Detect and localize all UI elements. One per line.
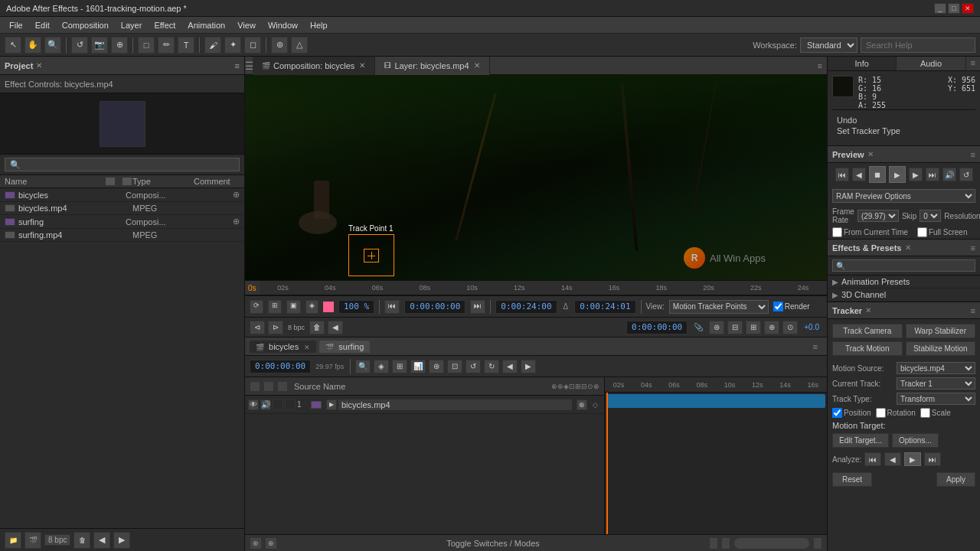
audio-btn[interactable]: ◀ bbox=[328, 321, 343, 334]
menu-animation[interactable]: Animation bbox=[181, 19, 231, 31]
from-current-label[interactable]: From Current Time bbox=[832, 227, 908, 237]
reset-btn[interactable]: Reset bbox=[832, 472, 872, 487]
3d-btn[interactable]: ⊙ bbox=[782, 321, 798, 334]
apply-btn[interactable]: Apply bbox=[936, 472, 975, 487]
bottom-time[interactable]: 0:00:00:00 bbox=[626, 321, 688, 334]
tool-text[interactable]: T bbox=[178, 37, 194, 54]
next-btn[interactable]: ▶ bbox=[113, 532, 130, 549]
undo-item-2[interactable]: Set Tracker Type bbox=[837, 126, 971, 136]
preview-play[interactable]: ▶ bbox=[889, 166, 906, 183]
full-screen-label[interactable]: Full Screen bbox=[917, 227, 968, 237]
tool-shape[interactable]: △ bbox=[291, 37, 308, 54]
preview-menu[interactable]: ≡ bbox=[971, 150, 975, 159]
tool-pan[interactable]: ⊕ bbox=[111, 37, 128, 54]
analyze-rev[interactable]: ◀ bbox=[884, 452, 901, 466]
motion-source-select[interactable]: bicycles.mp4 bbox=[897, 362, 975, 374]
toggle-switches[interactable]: Toggle Switches / Modes bbox=[277, 539, 709, 548]
full-screen-checkbox[interactable] bbox=[917, 227, 927, 237]
layer-lock[interactable] bbox=[285, 399, 296, 410]
tool-clone[interactable]: ✦ bbox=[224, 37, 241, 54]
always-preview-btn[interactable]: ⟳ bbox=[250, 300, 263, 314]
tl-redo-btn[interactable]: ↻ bbox=[484, 360, 499, 373]
go-start-btn[interactable]: ⏮ bbox=[384, 300, 400, 314]
menu-window[interactable]: Window bbox=[262, 19, 304, 31]
viewer-panel-menu[interactable]: ≡ bbox=[813, 61, 827, 70]
layer-visibility[interactable]: 👁 bbox=[248, 399, 259, 410]
new-comp-btn[interactable]: 🎬 bbox=[24, 532, 41, 549]
scale-label[interactable]: Scale bbox=[920, 408, 951, 418]
status-end2-btn[interactable] bbox=[813, 537, 822, 549]
trash-btn[interactable]: 🗑 bbox=[309, 321, 325, 334]
timeline-tab-close[interactable]: ✕ bbox=[304, 344, 310, 351]
filter-icon[interactable] bbox=[122, 177, 132, 186]
menu-effect[interactable]: Effect bbox=[148, 19, 181, 31]
preview-prev-frame[interactable]: ◀ bbox=[852, 168, 866, 181]
tab-composition[interactable]: 🎬 Composition: bicycles ✕ bbox=[253, 57, 375, 75]
switch-lock[interactable] bbox=[250, 381, 260, 392]
effects-menu[interactable]: ≡ bbox=[971, 243, 975, 253]
maximize-btn[interactable]: □ bbox=[948, 3, 960, 14]
edit-target-btn[interactable]: Edit Target... bbox=[832, 433, 889, 448]
tab-layer-close[interactable]: ✕ bbox=[474, 61, 480, 70]
menu-file[interactable]: File bbox=[3, 19, 29, 31]
rotation-label[interactable]: Rotation bbox=[876, 408, 916, 418]
effects-item-3d[interactable]: ▶ 3D Channel bbox=[828, 289, 980, 302]
tool-mask[interactable]: □ bbox=[138, 37, 155, 54]
quality-btn[interactable]: ◈ bbox=[305, 300, 318, 314]
tab-audio[interactable]: Audio bbox=[897, 57, 965, 70]
tool-hand[interactable]: ✋ bbox=[24, 37, 41, 54]
tl-motion-btn[interactable]: ⊛ bbox=[429, 360, 444, 373]
track-type-select[interactable]: Transform bbox=[897, 393, 975, 405]
search-help-input[interactable] bbox=[861, 37, 975, 53]
effects-item-animation[interactable]: ▶ Animation Presets bbox=[828, 276, 980, 289]
current-time-display[interactable]: 0:00:00:00 bbox=[404, 300, 466, 314]
track-camera-btn[interactable]: Track Camera bbox=[832, 324, 903, 338]
window-controls[interactable]: _ □ ✕ bbox=[934, 3, 974, 14]
current-track-select[interactable]: Tracker 1 bbox=[897, 377, 975, 390]
tool-camera[interactable]: 📷 bbox=[91, 37, 108, 54]
switch-shy[interactable] bbox=[263, 381, 274, 392]
from-current-checkbox[interactable] bbox=[832, 227, 842, 237]
preview-next-frame[interactable]: ▶ bbox=[909, 168, 923, 181]
layer-audio[interactable]: 🔊 bbox=[260, 399, 271, 410]
scale-checkbox[interactable] bbox=[920, 408, 930, 418]
preview-tab-close[interactable]: ✕ bbox=[867, 150, 874, 158]
close-btn[interactable]: ✕ bbox=[962, 3, 974, 14]
tool-zoom[interactable]: 🔍 bbox=[44, 37, 61, 54]
tab-close[interactable]: ✕ bbox=[359, 61, 365, 70]
new-folder-btn[interactable]: 📁 bbox=[5, 532, 21, 549]
tl-mode-btn[interactable]: ⊞ bbox=[392, 360, 407, 373]
position-label[interactable]: Position bbox=[832, 408, 871, 418]
comp-btn[interactable]: ⊞ bbox=[746, 321, 761, 334]
stop-btn[interactable]: ⊳ bbox=[268, 321, 283, 334]
menu-edit[interactable]: Edit bbox=[29, 19, 56, 31]
effects-close[interactable]: ✕ bbox=[905, 243, 911, 252]
tool-brush[interactable]: 🖌 bbox=[204, 37, 221, 54]
layer-solo[interactable] bbox=[273, 399, 283, 410]
track-motion-btn[interactable]: Track Motion bbox=[832, 341, 903, 356]
ram-preview-select[interactable]: RAM Preview Options bbox=[832, 189, 975, 203]
menu-composition[interactable]: Composition bbox=[56, 19, 115, 31]
timeline-scrollbar[interactable] bbox=[733, 537, 810, 549]
layer-row[interactable]: 👁 🔊 1 ▶ bicycles.mp4 ⊛ ◇ bbox=[245, 396, 604, 414]
timeline-tab-surfing[interactable]: 🎬 surfing bbox=[319, 341, 370, 353]
project-search-input[interactable] bbox=[5, 158, 240, 171]
tl-prev-btn[interactable]: ◀ bbox=[502, 360, 518, 373]
menu-help[interactable]: Help bbox=[304, 19, 334, 31]
project-close[interactable]: ✕ bbox=[36, 61, 42, 70]
preview-go-start[interactable]: ⏮ bbox=[835, 168, 849, 181]
project-menu[interactable]: ≡ bbox=[235, 61, 240, 70]
panel-menu-icon[interactable]: ≡ bbox=[966, 57, 980, 70]
status-btn-1[interactable]: ⊛ bbox=[250, 537, 262, 549]
menu-view[interactable]: View bbox=[231, 19, 262, 31]
layer-name[interactable]: bicycles.mp4 bbox=[338, 399, 572, 410]
warp-stabilizer-btn[interactable]: Warp Stabilizer bbox=[906, 324, 976, 338]
prev-btn[interactable]: ◀ bbox=[93, 532, 110, 549]
tl-guide-btn[interactable]: ⊡ bbox=[447, 360, 462, 373]
skip-select[interactable]: 0 bbox=[920, 210, 941, 222]
tracker-menu[interactable]: ≡ bbox=[971, 306, 975, 315]
tl-search-btn[interactable]: 🔍 bbox=[355, 360, 371, 373]
grid-btn[interactable]: ⊞ bbox=[268, 300, 282, 314]
status-loop-btn[interactable] bbox=[721, 537, 730, 549]
color-btn[interactable] bbox=[323, 302, 334, 312]
